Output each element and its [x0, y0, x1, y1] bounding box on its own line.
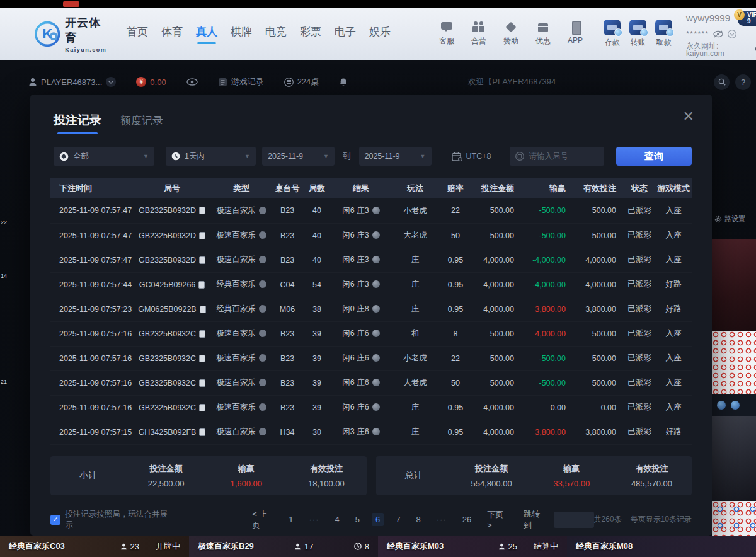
game-records-button[interactable]: 游戏记录: [218, 76, 264, 88]
page-number[interactable]: 26: [459, 513, 475, 526]
merge-display-checkbox[interactable]: ✓: [50, 515, 60, 525]
game-type-select[interactable]: 全部 ▼: [54, 147, 154, 166]
nav-item[interactable]: 真人: [196, 25, 217, 43]
quick-action-button[interactable]: 赞助: [500, 21, 522, 47]
result-icon[interactable]: [372, 305, 380, 313]
copy-icon[interactable]: [199, 379, 205, 387]
info-icon[interactable]: [259, 256, 266, 263]
wallet-action-button[interactable]: 转账: [629, 20, 646, 48]
result-icon[interactable]: [372, 403, 380, 411]
copy-icon[interactable]: [199, 355, 205, 362]
table-row[interactable]: 2025-11-09 07:57:15 GH3425B092FB 极速百家乐 H…: [50, 420, 692, 444]
table-row[interactable]: 2025-11-09 07:57:44 GC0425B09266 经典百家乐 C…: [50, 272, 692, 297]
table-video-card[interactable]: 经典百家乐M08: [567, 536, 756, 557]
jump-to-input[interactable]: [554, 512, 594, 528]
eye-off-icon[interactable]: [713, 30, 723, 38]
chevron-down-icon[interactable]: [728, 30, 736, 38]
copy-icon[interactable]: [199, 428, 205, 436]
info-icon[interactable]: [259, 330, 266, 337]
prev-page-button[interactable]: < 上页: [248, 507, 277, 533]
chevron-down-icon[interactable]: [106, 77, 116, 87]
result-icon[interactable]: [372, 428, 380, 435]
next-page-button[interactable]: 下页 >: [483, 507, 512, 532]
page-number[interactable]: 7: [392, 513, 404, 526]
copy-icon[interactable]: [200, 306, 206, 313]
wallet-action-button[interactable]: 存款: [604, 20, 621, 48]
control-icon[interactable]: [731, 401, 740, 410]
close-icon[interactable]: ✕: [683, 110, 694, 123]
page-number[interactable]: ···: [306, 513, 323, 526]
round-search-input[interactable]: [529, 152, 598, 161]
copy-icon[interactable]: [199, 207, 205, 214]
round-search-field[interactable]: [510, 147, 604, 166]
result-icon[interactable]: [372, 231, 380, 239]
table-row[interactable]: 2025-11-09 07:57:16 GB2325B0932C 极速百家乐 B…: [50, 346, 692, 370]
page-number[interactable]: 8: [412, 513, 424, 526]
copy-icon[interactable]: [199, 232, 205, 239]
search-icon[interactable]: [714, 74, 730, 90]
nav-item[interactable]: 体育: [161, 25, 183, 43]
table-row[interactable]: 2025-11-09 07:57:16 GB2325B0932C 极速百家乐 B…: [50, 395, 692, 420]
copy-icon[interactable]: [199, 256, 205, 264]
quick-action-button[interactable]: 优惠: [532, 21, 554, 47]
info-icon[interactable]: [259, 305, 266, 313]
tab[interactable]: 额度记录: [120, 113, 163, 134]
table-row[interactable]: 2025-11-09 07:57:47 GB2325B0932D 极速百家乐 B…: [50, 198, 692, 223]
table-video-card[interactable]: 极速百家乐B29 17 8: [189, 536, 378, 557]
table-video-card[interactable]: 经典百家乐C03 23 开牌中: [0, 536, 189, 557]
tables-button[interactable]: 224桌: [284, 76, 319, 88]
page-number[interactable]: ···: [433, 513, 450, 526]
info-icon[interactable]: [259, 207, 266, 214]
quick-action-button[interactable]: APP: [564, 21, 586, 47]
table-video-card[interactable]: 经典百家乐M03 25 结算中: [378, 536, 567, 557]
info-icon[interactable]: [259, 428, 266, 435]
table-row[interactable]: 2025-11-09 07:57:23 GM0625B0922B 经典百家乐 M…: [50, 297, 692, 321]
nav-item[interactable]: 首页: [127, 25, 148, 43]
nav-item[interactable]: 棋牌: [231, 25, 252, 43]
table-row[interactable]: 2025-11-09 07:57:47 GB2325B0932D 极速百家乐 B…: [50, 223, 692, 248]
copy-icon[interactable]: [199, 404, 205, 411]
road-settings[interactable]: 路设置: [714, 214, 745, 224]
result-icon[interactable]: [372, 256, 380, 263]
result-icon[interactable]: [372, 330, 380, 337]
tab[interactable]: 投注记录: [54, 112, 101, 134]
info-icon[interactable]: [259, 403, 266, 411]
table-row[interactable]: 2025-11-09 07:57:16 GB2325B0932C 极速百家乐 B…: [50, 370, 692, 395]
timezone-display[interactable]: UTC+8: [452, 152, 491, 161]
page-number[interactable]: 4: [331, 513, 343, 526]
nav-item[interactable]: 娱乐: [369, 25, 391, 43]
page-number[interactable]: 6: [372, 513, 384, 526]
date-to-picker[interactable]: 2025-11-9 ▼: [359, 147, 432, 166]
result-icon[interactable]: [372, 280, 380, 288]
info-icon[interactable]: [259, 354, 266, 362]
quick-action-button[interactable]: 合营: [468, 21, 490, 47]
result-icon[interactable]: [372, 379, 380, 386]
page-number[interactable]: 1: [285, 513, 297, 526]
logo[interactable]: K 开云体育 Kaiyun.com: [35, 15, 109, 53]
help-icon[interactable]: ?: [735, 74, 751, 90]
page-number[interactable]: 5: [352, 513, 364, 526]
result-icon[interactable]: [372, 354, 380, 362]
copy-icon[interactable]: [199, 330, 205, 338]
info-icon[interactable]: [259, 280, 266, 288]
eye-icon[interactable]: [186, 78, 198, 86]
balance-display[interactable]: ¥ 0.00: [136, 77, 166, 87]
username[interactable]: wywy9999: [686, 13, 730, 23]
dealer-video-thumbnail[interactable]: [712, 239, 756, 331]
copy-icon[interactable]: [198, 281, 205, 289]
result-icon[interactable]: [372, 207, 380, 214]
nav-item[interactable]: 电竞: [265, 25, 287, 43]
bell-icon[interactable]: [339, 78, 348, 87]
nav-item[interactable]: 彩票: [300, 25, 321, 43]
date-from-picker[interactable]: 2025-11-9 ▼: [262, 147, 335, 166]
roadmap-panel[interactable]: [712, 331, 756, 394]
info-icon[interactable]: [259, 231, 266, 239]
table-row[interactable]: 2025-11-09 07:57:16 GB2325B0932C 极速百家乐 B…: [50, 321, 692, 346]
player-account[interactable]: PLAYER46873...: [28, 77, 116, 87]
control-icon[interactable]: [717, 401, 726, 410]
table-row[interactable]: 2025-11-09 07:57:47 GB2325B0932D 极速百家乐 B…: [50, 248, 692, 272]
nav-item[interactable]: 电子: [335, 25, 356, 43]
dealer-video-thumbnail[interactable]: [712, 416, 756, 501]
quick-action-button[interactable]: 客服: [436, 21, 457, 47]
query-button[interactable]: 查询: [616, 147, 692, 166]
